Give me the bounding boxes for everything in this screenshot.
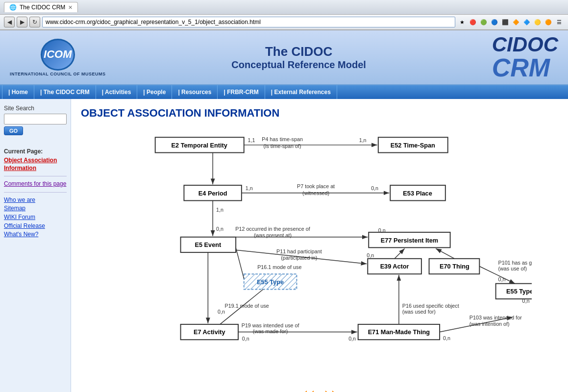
browser-tab[interactable]: 🌐 The CIDOC CRM ✕ bbox=[4, 2, 78, 12]
menu-icon[interactable]: ☰ bbox=[554, 17, 564, 27]
current-page-label: Current Page: bbox=[4, 148, 67, 155]
svg-text:E55 Type: E55 Type bbox=[257, 278, 284, 286]
sidebar-divider1 bbox=[4, 176, 67, 176]
svg-text:0,n: 0,n bbox=[371, 185, 378, 191]
nav-activities[interactable]: | Activities bbox=[96, 85, 138, 99]
svg-text:(was made for): (was made for) bbox=[253, 329, 288, 335]
svg-text:0,n: 0,n bbox=[216, 226, 223, 232]
icon5[interactable]: 🔶 bbox=[511, 17, 521, 27]
reload-button[interactable]: ↻ bbox=[29, 17, 40, 27]
extensions-icon[interactable]: 🔴 bbox=[468, 17, 478, 27]
sidebar-link-wiki[interactable]: WIKI Forum bbox=[4, 214, 67, 221]
nav-bar: | Home | The CIDOC CRM | Activities | Pe… bbox=[0, 85, 568, 99]
toolbar-icons: ★ 🔴 🟢 🔵 ⬛ 🔶 🔷 🟡 🟠 ☰ bbox=[457, 17, 564, 27]
nav-resources[interactable]: | Resources bbox=[172, 85, 218, 99]
sidebar-link-sitemap[interactable]: Sitemap bbox=[4, 205, 67, 213]
icom-logo-circle: ICOM bbox=[41, 39, 75, 71]
svg-text:E5 Event: E5 Event bbox=[195, 241, 221, 248]
sidebar-link-release[interactable]: Official Release bbox=[4, 222, 67, 230]
svg-text:0,n: 0,n bbox=[367, 252, 374, 258]
svg-text:0,n: 0,n bbox=[443, 335, 450, 341]
search-input[interactable] bbox=[4, 114, 67, 124]
svg-text:0,n: 0,n bbox=[218, 309, 225, 315]
svg-text:P103 was intended for: P103 was intended for bbox=[469, 315, 522, 320]
svg-text:(is time-span of): (is time-span of) bbox=[264, 143, 301, 149]
svg-text:(was intention of): (was intention of) bbox=[469, 321, 510, 327]
sidebar-link-whatsnew[interactable]: What's New? bbox=[4, 231, 67, 239]
svg-text:1,1: 1,1 bbox=[248, 137, 255, 143]
svg-text:0,n: 0,n bbox=[498, 276, 505, 282]
page-title: OBJECT ASSOCIATION INFORMATION bbox=[81, 107, 558, 120]
prev-arrow[interactable] bbox=[299, 390, 315, 392]
svg-text:0,n: 0,n bbox=[522, 298, 529, 304]
nav-arrows bbox=[81, 384, 558, 392]
svg-text:P19.1 mode of use: P19.1 mode of use bbox=[225, 303, 269, 309]
svg-text:E55 Type: E55 Type bbox=[506, 288, 532, 295]
nav-frbr[interactable]: | FRBR-CRM bbox=[218, 85, 265, 99]
svg-text:0,n: 0,n bbox=[242, 336, 249, 342]
svg-text:(was present at): (was present at) bbox=[254, 232, 292, 238]
nav-external[interactable]: | External References bbox=[265, 85, 337, 99]
svg-text:P7 took place at: P7 took place at bbox=[297, 183, 335, 189]
svg-text:E39 Actor: E39 Actor bbox=[380, 263, 409, 270]
page-wrapper: ICOM INTERNATIONAL COUNCIL OF MUSEUMS Th… bbox=[0, 30, 568, 392]
forward-button[interactable]: ▶ bbox=[17, 17, 27, 27]
svg-text:P16.1 mode of use: P16.1 mode of use bbox=[257, 264, 301, 270]
icon2[interactable]: 🟢 bbox=[479, 17, 489, 27]
svg-text:E77 Persistent Item: E77 Persistent Item bbox=[381, 237, 438, 244]
icon3[interactable]: 🔵 bbox=[490, 17, 499, 27]
search-go-button[interactable]: GO bbox=[4, 126, 23, 135]
back-button[interactable]: ◀ bbox=[4, 17, 15, 27]
svg-text:P19 was intended use of: P19 was intended use of bbox=[242, 322, 299, 328]
icon6[interactable]: 🔷 bbox=[522, 17, 532, 27]
next-arrow[interactable] bbox=[324, 390, 340, 392]
svg-text:E70 Thing: E70 Thing bbox=[440, 263, 469, 270]
url-bar[interactable] bbox=[42, 17, 455, 27]
close-icon[interactable]: ✕ bbox=[68, 4, 73, 11]
content-wrapper: Site Search GO Current Page: Object Asso… bbox=[0, 99, 568, 392]
browser-chrome: 🌐 The CIDOC CRM ✕ ◀ ▶ ↻ ★ 🔴 🟢 🔵 ⬛ 🔶 🔷 🟡 … bbox=[0, 0, 568, 30]
svg-text:P11 had participant: P11 had participant bbox=[276, 248, 322, 254]
nav-home[interactable]: | Home bbox=[2, 85, 34, 99]
site-logo: ICOM INTERNATIONAL COUNCIL OF MUSEUMS bbox=[10, 39, 106, 76]
diagram-svg: E2 Temporal Entity E52 Time-Span 1,1 1,n… bbox=[81, 127, 532, 382]
svg-line-45 bbox=[395, 248, 405, 259]
sidebar: Site Search GO Current Page: Object Asso… bbox=[0, 99, 71, 392]
crm-logo-text: CIDOC CRM bbox=[492, 34, 558, 80]
tab-title: The CIDOC CRM bbox=[20, 4, 65, 11]
browser-titlebar: 🌐 The CIDOC CRM ✕ bbox=[0, 0, 568, 15]
diagram-container: E2 Temporal Entity E52 Time-Span 1,1 1,n… bbox=[81, 127, 558, 384]
svg-text:(was use of): (was use of) bbox=[498, 266, 527, 271]
logo-subtext: INTERNATIONAL COUNCIL OF MUSEUMS bbox=[10, 72, 106, 76]
svg-text:(witnessed): (witnessed) bbox=[302, 190, 329, 196]
svg-line-46 bbox=[436, 248, 454, 259]
svg-text:0,n: 0,n bbox=[378, 227, 386, 233]
svg-text:1,n: 1,n bbox=[246, 185, 253, 191]
svg-text:1,n: 1,n bbox=[216, 207, 223, 213]
nav-people[interactable]: | People bbox=[137, 85, 172, 99]
svg-text:P16 used specific object: P16 used specific object bbox=[402, 303, 459, 309]
svg-text:(was used for): (was used for) bbox=[402, 309, 436, 315]
svg-text:E4 Period: E4 Period bbox=[198, 190, 227, 197]
svg-line-35 bbox=[236, 247, 244, 279]
svg-text:0,n: 0,n bbox=[348, 336, 356, 342]
icon4[interactable]: ⬛ bbox=[500, 17, 510, 27]
search-label: Site Search bbox=[4, 105, 67, 112]
tab-favicon: 🌐 bbox=[9, 4, 17, 11]
nav-cidoc[interactable]: | The CIDOC CRM bbox=[34, 85, 96, 99]
sidebar-link-who[interactable]: Who we are bbox=[4, 196, 67, 204]
main-content: OBJECT ASSOCIATION INFORMATION bbox=[71, 99, 568, 392]
sidebar-link-comments[interactable]: Comments for this page bbox=[4, 180, 67, 188]
sidebar-link-current[interactable]: Object Association Information bbox=[4, 157, 67, 172]
svg-text:E7 Activity: E7 Activity bbox=[194, 328, 225, 336]
title-line2: Conceptual Reference Model bbox=[231, 59, 366, 71]
svg-text:1,n: 1,n bbox=[359, 137, 367, 143]
svg-text:E52 Time-Span: E52 Time-Span bbox=[391, 142, 435, 149]
browser-toolbar: ◀ ▶ ↻ ★ 🔴 🟢 🔵 ⬛ 🔶 🔷 🟡 🟠 ☰ bbox=[0, 15, 568, 30]
sidebar-divider2 bbox=[4, 192, 67, 193]
svg-text:E2 Temporal Entity: E2 Temporal Entity bbox=[172, 142, 227, 149]
icon8[interactable]: 🟠 bbox=[543, 17, 553, 27]
icon7[interactable]: 🟡 bbox=[533, 17, 543, 27]
bookmark-icon[interactable]: ★ bbox=[457, 17, 467, 27]
svg-text:P12 occurred in the presence o: P12 occurred in the presence of bbox=[235, 226, 310, 232]
